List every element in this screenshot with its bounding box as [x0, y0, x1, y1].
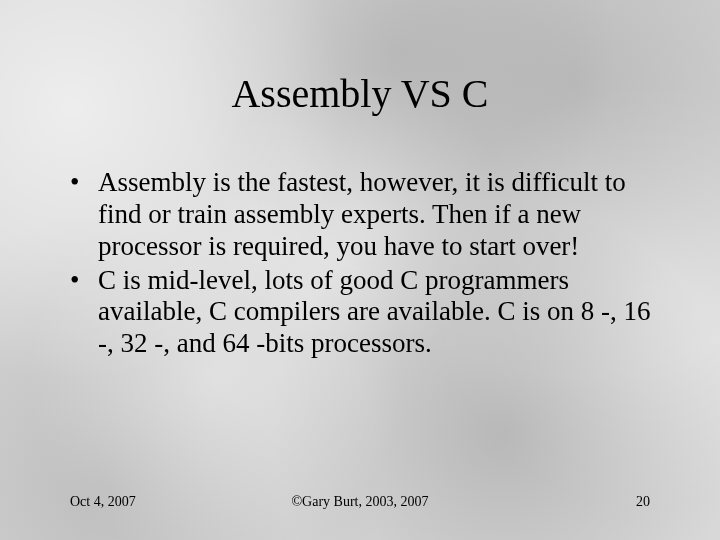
slide-title: Assembly VS C — [60, 70, 660, 117]
bullet-item: Assembly is the fastest, however, it is … — [70, 167, 660, 263]
slide-footer: Oct 4, 2007 ©Gary Burt, 2003, 2007 20 — [60, 494, 660, 520]
footer-page-number: 20 — [457, 494, 650, 510]
footer-date: Oct 4, 2007 — [70, 494, 263, 510]
bullet-list: Assembly is the fastest, however, it is … — [70, 167, 660, 494]
bullet-item: C is mid-level, lots of good C programme… — [70, 265, 660, 361]
slide: Assembly VS C Assembly is the fastest, h… — [0, 0, 720, 540]
footer-copyright: ©Gary Burt, 2003, 2007 — [263, 494, 456, 510]
